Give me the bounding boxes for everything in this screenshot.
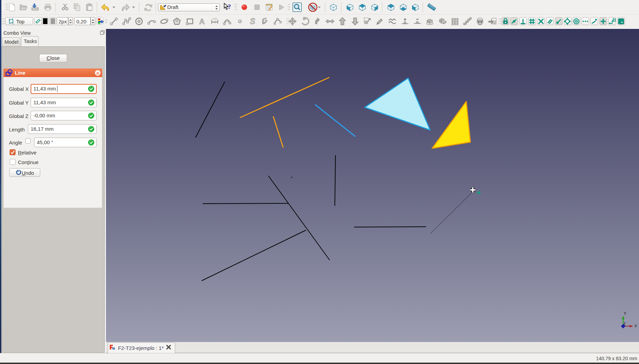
svg-text:Z: Z	[624, 322, 626, 326]
svg-text:Y: Y	[624, 312, 626, 315]
svg-text:1.00: 1.00	[212, 18, 217, 20]
svg-text:X: X	[635, 324, 637, 328]
svg-text:?: ?	[228, 3, 231, 10]
svg-text:S: S	[250, 17, 255, 26]
svg-text:A: A	[199, 17, 205, 26]
